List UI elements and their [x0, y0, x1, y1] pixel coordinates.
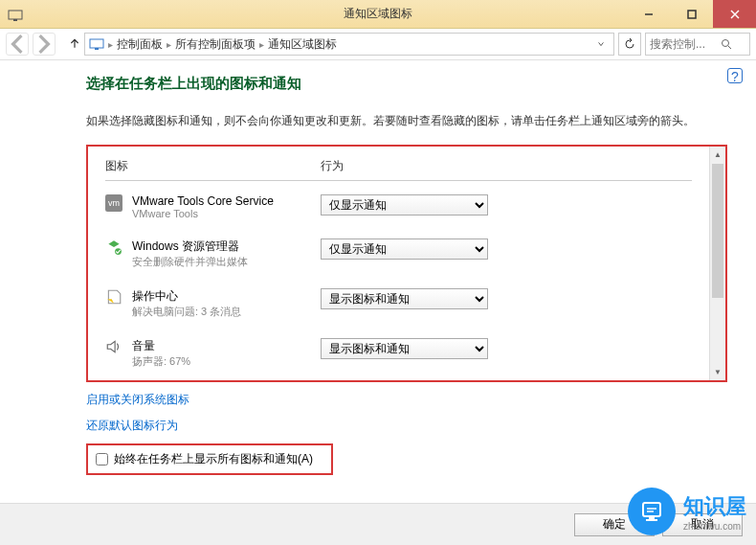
svg-line-9 — [728, 46, 731, 49]
svg-point-12 — [115, 248, 122, 255]
refresh-button[interactable] — [618, 33, 641, 56]
action-select[interactable]: 显示图标和通知 — [321, 288, 488, 309]
breadcrumb-separator: ▸ — [165, 39, 173, 50]
breadcrumb-separator: ▸ — [257, 39, 266, 50]
icon-row: vm VMware Tools Core Service VMware Tool… — [105, 194, 692, 219]
svg-rect-14 — [649, 516, 655, 519]
breadcrumb-item[interactable]: 通知区域图标 — [268, 36, 337, 53]
svg-rect-1 — [13, 19, 17, 21]
watermark: 知识屋 zhishiwu.com — [628, 488, 746, 535]
item-name: Windows 资源管理器 — [132, 238, 248, 255]
vmware-icon: vm — [105, 194, 122, 212]
item-desc: 安全删除硬件并弹出媒体 — [132, 255, 248, 269]
svg-rect-6 — [90, 39, 103, 48]
links: 启用或关闭系统图标 还原默认图标行为 — [86, 392, 727, 434]
action-select[interactable]: 仅显示通知 — [321, 194, 488, 216]
svg-rect-0 — [9, 11, 22, 19]
item-desc: VMware Tools — [132, 208, 274, 219]
breadcrumb-item[interactable]: 控制面板 — [117, 36, 163, 53]
forward-button[interactable] — [33, 33, 56, 56]
checkbox-label: 始终在任务栏上显示所有图标和通知(A) — [114, 451, 313, 467]
header-action: 行为 — [321, 158, 692, 174]
item-desc: 扬声器: 67% — [132, 354, 190, 369]
close-button[interactable] — [713, 0, 756, 28]
search-icon — [721, 38, 732, 50]
restore-defaults-link[interactable]: 还原默认图标行为 — [86, 418, 727, 434]
breadcrumb-item[interactable]: 所有控制面板项 — [175, 36, 256, 53]
maximize-button[interactable] — [670, 0, 713, 28]
item-name: 操作中心 — [132, 288, 241, 305]
minimize-button[interactable] — [627, 0, 670, 28]
list-headers: 图标 行为 — [105, 158, 692, 181]
svg-text:vm: vm — [108, 199, 120, 209]
search-box[interactable] — [645, 33, 750, 56]
header-icon: 图标 — [105, 158, 321, 174]
back-button[interactable] — [6, 33, 29, 56]
always-show-checkbox[interactable] — [96, 453, 108, 466]
system-icons-link[interactable]: 启用或关闭系统图标 — [86, 392, 727, 408]
help-icon[interactable]: ? — [727, 68, 743, 83]
svg-rect-15 — [646, 519, 657, 521]
breadcrumb-separator: ▸ — [106, 39, 115, 50]
icon-list-container: 图标 行为 vm VMware Tools Core Service VMwar… — [86, 145, 727, 382]
watermark-url: zhishiwu.com — [683, 521, 746, 532]
scrollbar[interactable]: ▲ ▼ — [709, 147, 725, 380]
svg-rect-3 — [688, 11, 696, 18]
item-name: VMware Tools Core Service — [132, 194, 274, 208]
window-controls — [627, 0, 756, 28]
navbar: ▸ 控制面板 ▸ 所有控制面板项 ▸ 通知区域图标 — [0, 29, 756, 60]
svg-point-8 — [723, 40, 729, 47]
volume-icon — [105, 338, 122, 355]
search-input[interactable] — [650, 37, 717, 51]
icon-row: Windows 资源管理器 安全删除硬件并弹出媒体 仅显示通知 — [105, 238, 692, 269]
breadcrumb[interactable]: ▸ 控制面板 ▸ 所有控制面板项 ▸ 通知区域图标 — [84, 33, 614, 56]
explorer-icon — [105, 238, 122, 256]
page-title: 选择在任务栏上出现的图标和通知 — [86, 75, 727, 93]
svg-rect-13 — [643, 503, 660, 516]
monitor-icon — [89, 36, 104, 52]
scroll-up-arrow[interactable]: ▲ — [710, 147, 725, 163]
always-show-checkbox-row: 始终在任务栏上显示所有图标和通知(A) — [86, 443, 333, 475]
action-center-icon — [105, 288, 122, 306]
icon-row: 音量 扬声器: 67% 显示图标和通知 — [105, 338, 692, 369]
action-select[interactable]: 仅显示通知 — [321, 238, 488, 260]
svg-rect-7 — [95, 48, 99, 50]
icon-row: 操作中心 解决电脑问题: 3 条消息 显示图标和通知 — [105, 288, 692, 319]
up-button[interactable] — [69, 35, 80, 53]
watermark-icon — [628, 488, 676, 535]
icon-list: 图标 行为 vm VMware Tools Core Service VMwar… — [88, 147, 709, 380]
page-description: 如果选择隐藏图标和通知，则不会向你通知更改和更新。若要随时查看隐藏的图标，请单击… — [86, 112, 727, 130]
titlebar: 通知区域图标 — [0, 0, 756, 29]
content-area: ? 选择在任务栏上出现的图标和通知 如果选择隐藏图标和通知，则不会向你通知更改和… — [0, 60, 756, 485]
scroll-down-arrow[interactable]: ▼ — [710, 364, 725, 380]
breadcrumb-dropdown[interactable] — [592, 35, 610, 53]
action-select[interactable]: 显示图标和通知 — [321, 338, 488, 359]
app-icon — [8, 7, 23, 22]
window-title: 通知区域图标 — [344, 6, 412, 22]
item-desc: 解决电脑问题: 3 条消息 — [132, 305, 241, 319]
watermark-title: 知识屋 — [683, 492, 746, 521]
scroll-thumb[interactable] — [712, 164, 723, 298]
item-name: 音量 — [132, 338, 190, 354]
